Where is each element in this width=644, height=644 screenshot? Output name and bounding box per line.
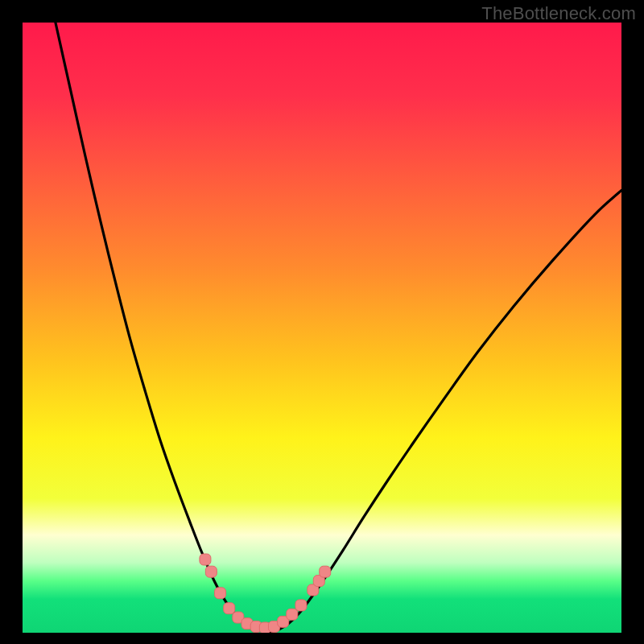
chart-frame: TheBottleneck.com [0,0,644,644]
background-gradient [23,23,621,633]
svg-rect-0 [23,23,621,633]
watermark-label: TheBottleneck.com [481,3,636,24]
plot-area [23,23,621,633]
